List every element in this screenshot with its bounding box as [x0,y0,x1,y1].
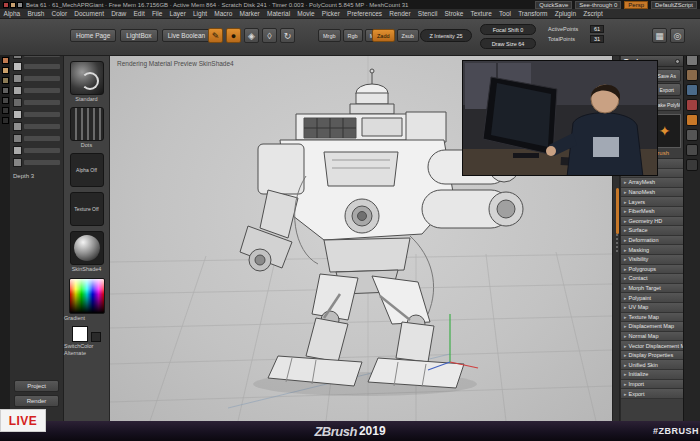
dock-color-swatch[interactable] [2,77,9,84]
tool-subpalette-row[interactable]: ▸ FiberMesh [621,207,683,217]
persp-button[interactable]: Persp [624,1,648,9]
focal-shift-slider[interactable]: Focal Shift 0 [480,24,536,35]
tool-subpalette-row[interactable]: ▸ Geometry HD [621,217,683,227]
dock-palette-icon[interactable] [686,84,698,96]
dock-color-swatch[interactable] [2,107,9,114]
menu-item[interactable]: Edit [130,9,148,18]
current-brush-thumbnail[interactable] [70,61,104,95]
alternate-color-swatch[interactable] [91,332,101,342]
menu-item[interactable]: Texture [467,9,496,18]
tool-subpalette-row[interactable]: ▸ Display Properties [621,351,683,361]
custom-panel-item[interactable] [13,122,60,131]
depth-slider[interactable]: Depth 3 [13,173,60,179]
alpha-thumbnail[interactable]: Alpha Off [70,153,104,187]
menu-item[interactable]: Color [48,9,71,18]
xyz-constraint-icon[interactable]: ▦ [652,28,667,43]
menu-item[interactable]: Movie [294,9,319,18]
menu-item[interactable]: File [148,9,166,18]
menu-item[interactable]: Render [386,9,415,18]
dock-color-swatch[interactable] [2,117,9,124]
tool-subpalette-row[interactable]: ▸ Texture Map [621,313,683,323]
paint-toggle-button[interactable]: Rgb [343,29,363,42]
shelf-icon-button[interactable]: ◊ [262,28,277,43]
tool-subpalette-row[interactable]: ▸ Masking [621,245,683,255]
dock-palette-icon[interactable] [686,144,698,156]
menu-item[interactable]: Transform [515,9,552,18]
dock-palette-icon[interactable] [686,69,698,81]
menu-item[interactable]: Preferences [343,9,385,18]
custom-panel-item[interactable] [13,98,60,107]
tool-subpalette-row[interactable]: ▸ Polypaint [621,293,683,303]
dock-color-swatch[interactable] [2,57,9,64]
paint-toggle-button[interactable]: Mrgb [318,29,341,42]
shelf-icon-button[interactable]: ↻ [280,28,295,43]
sculpt-toggle-button[interactable]: Zadd [372,29,395,42]
dock-palette-icon[interactable] [686,159,698,171]
see-through-slider[interactable]: See-through 0 [575,1,621,9]
menu-item[interactable]: Draw [108,9,130,18]
tool-subpalette-row[interactable]: ▸ Layers [621,197,683,207]
stroke-type-thumbnail[interactable] [70,107,104,141]
tray-scrollbar[interactable] [616,188,619,234]
tool-subpalette-row[interactable]: ▸ ArrayMesh [621,178,683,188]
tool-subpalette-row[interactable]: ▸ Polygroups [621,265,683,275]
z-intensity-slider[interactable]: Z Intensity 25 [420,29,472,42]
tool-subpalette-row[interactable]: ▸ Contact [621,274,683,284]
custom-panel-item[interactable] [13,86,60,95]
custom-panel-item[interactable] [13,110,60,119]
tool-subpalette-row[interactable]: ▸ UV Map [621,303,683,313]
custom-panel-item[interactable] [13,158,60,167]
default-zscript-button[interactable]: DefaultZScript [651,1,697,9]
custom-panel-item[interactable] [13,62,60,71]
menu-item[interactable]: Material [263,9,293,18]
tool-subpalette-row[interactable]: ▸ Normal Map [621,332,683,342]
tool-subpalette-row[interactable]: ▸ NanoMesh [621,188,683,198]
tool-subpalette-row[interactable]: ▸ Deformation [621,236,683,246]
custom-panel-button[interactable]: Render [14,395,59,407]
shelf-icon-button[interactable]: ✎ [208,28,223,43]
menu-item[interactable]: Stroke [441,9,467,18]
store-view-icon[interactable]: ◎ [670,28,685,43]
tool-subpalette-row[interactable]: ▸ Initialize [621,370,683,380]
texture-thumbnail[interactable]: Texture Off [70,192,104,226]
menu-item[interactable]: Light [189,9,210,18]
dock-palette-icon[interactable] [686,99,698,111]
draw-size-slider[interactable]: Draw Size 64 [480,38,536,49]
dock-palette-icon[interactable] [686,114,698,126]
switchcolor-button[interactable]: SwitchColor [64,343,109,349]
custom-panel-item[interactable] [13,134,60,143]
tool-subpalette-row[interactable]: ▸ Vector Displacement Map [621,341,683,351]
shelf-tab-button[interactable]: Home Page [70,29,116,42]
shelf-tab-button[interactable]: Live Boolean [162,29,212,42]
dock-color-swatch[interactable] [2,97,9,104]
gradient-label[interactable]: Gradient [64,315,109,321]
sculpt-toggle-button[interactable]: Zsub [397,29,419,42]
dock-color-swatch[interactable] [2,67,9,74]
menu-item[interactable]: Zscript [580,9,607,18]
menu-item[interactable]: Macro [211,9,236,18]
material-thumbnail[interactable] [70,231,104,265]
tool-subpalette-row[interactable]: ▸ Import [621,380,683,390]
menu-item[interactable]: Picker [318,9,343,18]
menu-item[interactable]: Brush [24,9,48,18]
menu-item[interactable]: Layer [166,9,189,18]
custom-panel-item[interactable] [13,146,60,155]
shelf-icon-button[interactable]: ● [226,28,241,43]
tool-subpalette-row[interactable]: ▸ Unified Skin [621,360,683,370]
menu-item[interactable]: Tool [495,9,514,18]
tool-subpalette-row[interactable]: ▸ Displacement Map [621,322,683,332]
shelf-icon-button[interactable]: ◈ [244,28,259,43]
tool-subpalette-row[interactable]: ▸ Surface [621,226,683,236]
menu-item[interactable]: Alpha [0,9,24,18]
custom-panel-button[interactable]: Project [14,380,59,392]
palette-pin-icon[interactable] [675,59,680,64]
tool-subpalette-row[interactable]: ▸ Export [621,389,683,399]
dock-palette-icon[interactable] [686,129,698,141]
tool-subpalette-row[interactable]: ▸ Visibility [621,255,683,265]
quicksave-button[interactable]: QuickSave [535,1,572,9]
shelf-tab-button[interactable]: LightBox [120,29,157,42]
menu-item[interactable]: Document [71,9,108,18]
menu-item[interactable]: Zplugin [551,9,580,18]
main-color-swatch[interactable] [72,326,88,342]
dock-color-swatch[interactable] [2,87,9,94]
